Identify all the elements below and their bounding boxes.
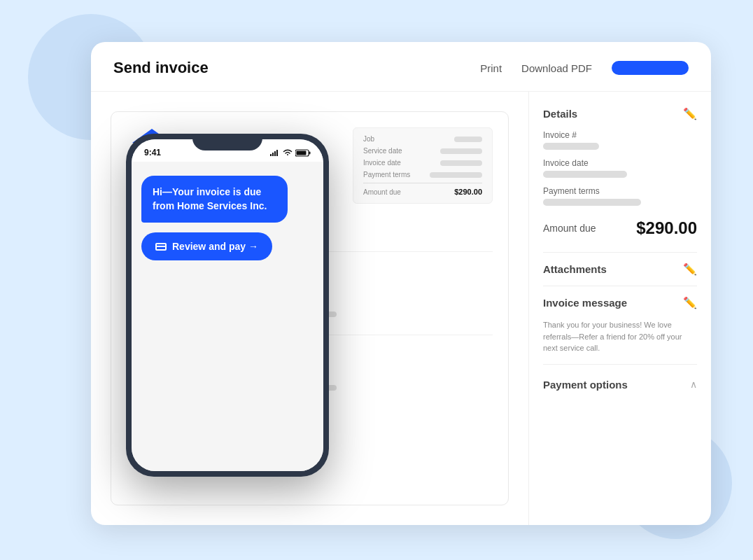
amount-due-value: $290.00	[636, 218, 697, 238]
status-icons	[270, 149, 311, 157]
status-time: 9:41	[144, 148, 161, 158]
invoice-message-title: Invoice message	[543, 297, 627, 309]
amount-due-key: Amount due	[543, 223, 596, 234]
svg-rect-9	[276, 150, 278, 156]
payment-terms-key: Payment terms	[543, 186, 697, 196]
payment-options-header[interactable]: Payment options ∧	[543, 374, 697, 391]
stub-invoice-date-label: Invoice date	[363, 159, 401, 167]
review-pay-button[interactable]: Review and pay →	[141, 232, 272, 260]
stub-amount-due-label: Amount due	[363, 188, 401, 196]
signal-icon	[270, 149, 280, 156]
page-title: Send invoice	[113, 59, 480, 77]
invoice-message-edit-icon[interactable]: ✏️	[683, 296, 697, 309]
stub-payment-terms-label: Payment terms	[363, 171, 410, 178]
invoice-preview: HOME SERVICES Job Service date	[91, 92, 529, 525]
invoice-message-header: Invoice message ✏️	[543, 296, 697, 309]
payment-terms-val	[543, 199, 641, 206]
details-edit-icon[interactable]: ✏️	[683, 107, 697, 120]
invoice-message-section: Invoice message ✏️ Thank you for your bu…	[543, 296, 697, 354]
header-actions: Print Download PDF	[480, 61, 689, 75]
svg-rect-6	[270, 154, 272, 156]
stub-invoice-date-bar	[440, 160, 482, 166]
message-bubble: Hi—Your invoice is due from Home Service…	[141, 176, 288, 223]
attachments-edit-icon[interactable]: ✏️	[683, 262, 697, 276]
divider-2	[543, 286, 697, 286]
send-button[interactable]	[612, 61, 689, 75]
stub-service-date-label: Service date	[363, 147, 402, 155]
invoice-date-key: Invoice date	[543, 158, 697, 168]
payment-terms-row: Payment terms	[543, 186, 697, 206]
chevron-up-icon: ∧	[690, 379, 697, 390]
stub-job-bar	[454, 136, 482, 142]
divider-3	[543, 364, 697, 365]
amount-due-row: Amount due $290.00	[543, 214, 697, 248]
svg-rect-7	[272, 153, 274, 156]
invoice-date-val	[543, 171, 627, 178]
phone-screen: 9:41	[132, 139, 323, 471]
invoice-number-row: Invoice #	[543, 130, 697, 150]
invoice-date-row: Invoice date	[543, 158, 697, 178]
attachments-title: Attachments	[543, 263, 607, 275]
svg-rect-11	[309, 151, 311, 154]
details-section-header: Details ✏️	[543, 107, 697, 120]
invoice-message-text: Thank you for your business! We love ref…	[543, 319, 697, 354]
main-card: Send invoice Print Download PDF	[91, 42, 711, 525]
print-link[interactable]: Print	[480, 62, 502, 74]
svg-rect-12	[297, 150, 307, 155]
divider-1	[543, 252, 697, 253]
attachments-header: Attachments ✏️	[543, 262, 697, 276]
invoice-stub-table: Job Service date Invoice date	[353, 127, 493, 204]
battery-icon	[295, 149, 311, 157]
stub-job-label: Job	[363, 135, 374, 143]
details-panel: Details ✏️ Invoice # Invoice date Paymen…	[529, 92, 711, 525]
phone-mockup: 9:41	[126, 134, 329, 477]
page-wrapper: Send invoice Print Download PDF	[0, 0, 753, 560]
review-pay-label: Review and pay →	[172, 241, 258, 252]
card-body: HOME SERVICES Job Service date	[91, 92, 711, 525]
attachments-section: Attachments ✏️	[543, 262, 697, 276]
phone-notch	[192, 134, 262, 150]
invoice-number-val	[543, 143, 599, 150]
wifi-icon	[283, 149, 293, 156]
stub-payment-terms-bar	[430, 172, 482, 178]
card-icon	[155, 243, 167, 251]
details-title: Details	[543, 108, 577, 120]
stub-service-date-bar	[440, 148, 482, 154]
message-area: Hi—Your invoice is due from Home Service…	[132, 162, 323, 471]
download-pdf-link[interactable]: Download PDF	[521, 62, 592, 74]
svg-rect-8	[274, 151, 276, 156]
stub-amount-due-value: $290.00	[454, 188, 482, 196]
payment-options-title: Payment options	[543, 379, 628, 391]
invoice-number-key: Invoice #	[543, 130, 697, 140]
card-header: Send invoice Print Download PDF	[91, 42, 711, 92]
